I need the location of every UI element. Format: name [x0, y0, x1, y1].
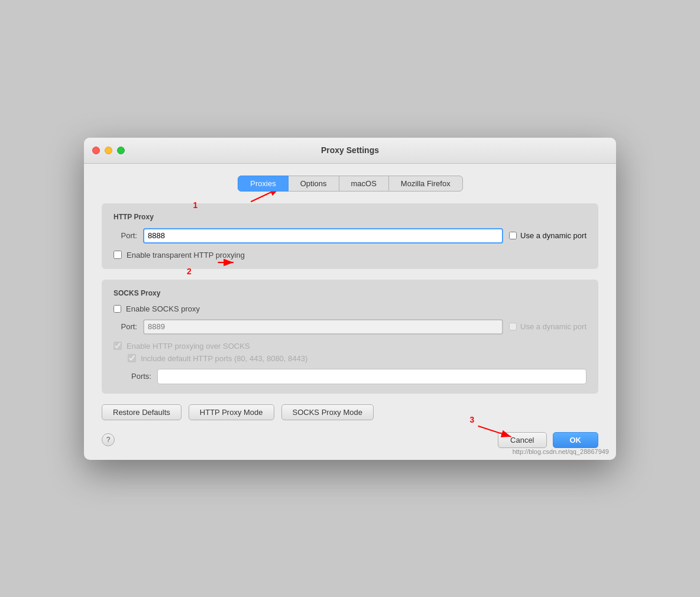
- http-transparent-row: Enable transparent HTTP proxying: [114, 251, 586, 259]
- bottom-row: ? Cancel OK: [102, 432, 598, 448]
- socks-port-input[interactable]: [143, 319, 503, 335]
- traffic-lights: [92, 147, 125, 154]
- close-button[interactable]: [92, 147, 100, 154]
- action-row: Cancel OK: [498, 432, 598, 448]
- enable-socks-checkbox[interactable]: [114, 305, 121, 313]
- http-over-socks-row: Enable HTTP proxying over SOCKS: [114, 342, 586, 351]
- socks-ports-row: Ports:: [128, 369, 586, 384]
- http-dynamic-port-checkbox[interactable]: [509, 232, 517, 239]
- enable-socks-label: Enable SOCKS proxy: [126, 304, 200, 313]
- http-port-input[interactable]: [143, 228, 503, 244]
- tab-proxies[interactable]: Proxies: [238, 176, 288, 192]
- http-port-row: Port: Use a dynamic port: [114, 228, 586, 244]
- socks-ports-label: Ports:: [128, 372, 151, 381]
- watermark: http://blog.csdn.net/qq_28867949: [513, 448, 609, 455]
- ok-button[interactable]: OK: [553, 432, 599, 448]
- socks-proxy-section: SOCKS Proxy Enable SOCKS proxy Port: Use…: [102, 280, 598, 394]
- socks-dynamic-port-checkbox[interactable]: [509, 323, 517, 330]
- minimize-button[interactable]: [105, 147, 112, 154]
- socks-port-label: Port:: [114, 322, 137, 331]
- socks-dynamic-port-label: Use a dynamic port: [520, 322, 586, 331]
- socks-proxy-mode-button[interactable]: SOCKS Proxy Mode: [281, 404, 374, 420]
- http-dynamic-port-label: Use a dynamic port: [520, 231, 586, 240]
- http-transparent-checkbox[interactable]: [114, 251, 122, 259]
- titlebar: Proxy Settings: [84, 138, 616, 164]
- socks-ports-input[interactable]: [157, 369, 586, 384]
- http-over-socks-checkbox[interactable]: [114, 342, 122, 350]
- help-button[interactable]: ?: [102, 433, 115, 446]
- http-port-label: Port:: [114, 231, 137, 240]
- socks-proxy-label: SOCKS Proxy: [114, 289, 586, 297]
- tab-options[interactable]: Options: [288, 176, 339, 192]
- include-default-ports-checkbox[interactable]: [128, 354, 136, 362]
- enable-socks-row: Enable SOCKS proxy: [114, 304, 586, 313]
- restore-defaults-button[interactable]: Restore Defaults: [102, 404, 182, 420]
- http-over-socks-label: Enable HTTP proxying over SOCKS: [127, 342, 250, 351]
- maximize-button[interactable]: [117, 147, 125, 154]
- include-default-ports-row: Include default HTTP ports (80, 443, 808…: [128, 354, 586, 363]
- http-proxy-section: HTTP Proxy Port: Use a dynamic port Enab…: [102, 203, 598, 269]
- http-proxy-label: HTTP Proxy: [114, 213, 586, 221]
- mode-buttons-row: Restore Defaults HTTP Proxy Mode SOCKS P…: [102, 404, 598, 420]
- http-proxy-mode-button[interactable]: HTTP Proxy Mode: [189, 404, 274, 420]
- socks-dynamic-port-row: Use a dynamic port: [509, 322, 586, 331]
- include-default-ports-label: Include default HTTP ports (80, 443, 808…: [141, 354, 307, 363]
- http-transparent-label: Enable transparent HTTP proxying: [127, 251, 245, 259]
- socks-port-row: Port: Use a dynamic port: [114, 319, 586, 335]
- tab-macos[interactable]: macOS: [339, 176, 389, 192]
- tabs-bar: Proxies Options macOS Mozilla Firefox: [102, 176, 598, 192]
- cancel-button[interactable]: Cancel: [498, 432, 546, 448]
- window-title: Proxy Settings: [321, 145, 379, 155]
- tab-mozilla-firefox[interactable]: Mozilla Firefox: [388, 176, 463, 192]
- http-dynamic-port-row: Use a dynamic port: [509, 231, 586, 240]
